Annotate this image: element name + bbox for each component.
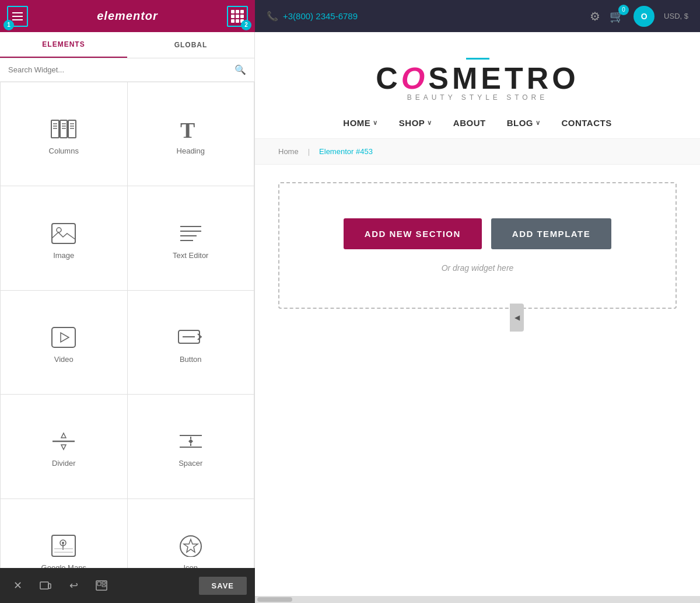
- tab-elements[interactable]: ELEMENTS: [0, 32, 127, 58]
- bottom-bar: ✕ ↩ SAVE: [0, 568, 255, 603]
- widget-divider-label: Divider: [52, 459, 75, 468]
- canvas-area: ◀ COSMETRO BEAUTY STYLE STORE HOME: [255, 32, 700, 603]
- widget-image-label: Image: [53, 251, 74, 260]
- breadcrumb-home[interactable]: Home: [278, 147, 299, 156]
- svg-rect-0: [51, 120, 59, 138]
- svg-rect-19: [52, 327, 75, 347]
- site-logo: COSMETRO: [376, 63, 579, 93]
- nav-blog-chevron: ∨: [536, 119, 541, 127]
- nav-contacts[interactable]: CONTACTS: [561, 118, 611, 138]
- widget-heading-label: Heading: [177, 147, 205, 155]
- widget-divider[interactable]: Divider: [1, 395, 127, 498]
- cart-icon[interactable]: 🛒 0: [610, 9, 624, 23]
- svg-rect-1: [60, 120, 67, 138]
- breadcrumb-separator: |: [308, 147, 310, 156]
- button-icon: [178, 326, 204, 349]
- svg-rect-42: [97, 582, 101, 585]
- svg-marker-31: [188, 441, 193, 444]
- widget-grid: Columns T Heading: [0, 82, 254, 603]
- templates-button[interactable]: [92, 576, 111, 595]
- svg-rect-2: [68, 120, 76, 138]
- search-input[interactable]: [8, 65, 230, 74]
- site-tagline: BEAUTY STYLE STORE: [407, 93, 548, 102]
- logo-text-o2: O: [552, 61, 579, 95]
- close-button[interactable]: ✕: [8, 576, 27, 595]
- widget-image[interactable]: Image: [1, 186, 127, 290]
- divider-icon: [51, 430, 76, 453]
- widget-text-editor[interactable]: Text Editor: [128, 186, 254, 290]
- svg-point-34: [62, 542, 64, 544]
- svg-rect-39: [40, 582, 48, 589]
- cart-badge: 0: [618, 5, 629, 15]
- breadcrumb-current: Elementor #453: [319, 147, 373, 156]
- columns-icon: [51, 117, 76, 141]
- scroll-thumb[interactable]: [257, 597, 292, 602]
- phone-number: +3(800) 2345-6789: [283, 11, 358, 21]
- nav-shop-chevron: ∨: [427, 119, 432, 127]
- google-maps-icon: [51, 534, 76, 557]
- settings-icon[interactable]: ⚙: [590, 9, 600, 23]
- widget-button[interactable]: Button: [128, 291, 254, 394]
- widget-columns[interactable]: Columns: [1, 82, 127, 186]
- horizontal-scrollbar[interactable]: [255, 596, 700, 603]
- currency-label: USD, $: [664, 12, 688, 20]
- svg-rect-43: [102, 582, 106, 584]
- svg-marker-30: [188, 439, 193, 441]
- add-new-section-button[interactable]: ADD NEW SECTION: [344, 218, 482, 249]
- svg-text:T: T: [180, 118, 195, 140]
- add-template-button[interactable]: ADD TEMPLATE: [491, 218, 611, 249]
- widget-text-editor-label: Text Editor: [173, 251, 208, 260]
- svg-marker-38: [184, 539, 198, 552]
- drop-zone: ADD NEW SECTION ADD TEMPLATE Or drag wid…: [278, 182, 677, 309]
- nav-home-chevron: ∨: [373, 119, 378, 127]
- svg-rect-40: [48, 584, 51, 588]
- spacer-icon: [178, 430, 203, 453]
- widget-heading[interactable]: T Heading: [128, 82, 254, 186]
- grid-icon: [231, 10, 244, 23]
- svg-marker-24: [61, 433, 66, 438]
- heading-icon: T: [180, 117, 201, 141]
- save-button[interactable]: SAVE: [199, 577, 247, 595]
- collapse-handle[interactable]: ◀: [510, 304, 524, 332]
- nav-shop[interactable]: SHOP ∨: [399, 118, 432, 138]
- logo-text-o: O: [401, 61, 428, 95]
- svg-marker-20: [61, 333, 69, 342]
- phone-icon: 📞: [267, 11, 278, 22]
- icon-widget-icon: [179, 534, 202, 557]
- badge-2: 2: [241, 20, 251, 30]
- site-header: COSMETRO BEAUTY STYLE STORE HOME ∨ SHOP …: [255, 32, 700, 139]
- nav-about[interactable]: ABOUT: [453, 118, 486, 138]
- svg-marker-25: [61, 445, 66, 449]
- history-button[interactable]: ↩: [64, 576, 83, 595]
- collapse-arrow-icon: ◀: [514, 313, 520, 322]
- logo-text-rest: SMETR: [428, 61, 552, 95]
- elementor-logo: elementor: [97, 9, 158, 23]
- breadcrumb: Home | Elementor #453: [255, 139, 700, 165]
- user-avatar[interactable]: O: [634, 6, 654, 27]
- widget-columns-label: Columns: [49, 147, 79, 155]
- badge-1: 1: [4, 20, 14, 30]
- responsive-button[interactable]: [36, 576, 55, 595]
- hamburger-icon: [12, 12, 23, 20]
- text-editor-icon: [179, 222, 202, 245]
- widget-video[interactable]: Video: [1, 291, 127, 394]
- image-icon: [51, 222, 76, 245]
- tab-global[interactable]: GLOBAL: [127, 32, 254, 58]
- canvas-body: ADD NEW SECTION ADD TEMPLATE Or drag wid…: [255, 165, 700, 603]
- widget-spacer[interactable]: Spacer: [128, 395, 254, 498]
- logo-text-c: C: [376, 61, 401, 95]
- drag-hint: Or drag widget here: [442, 263, 514, 273]
- site-navigation: HOME ∨ SHOP ∨ ABOUT BLOG ∨: [278, 107, 677, 138]
- nav-blog[interactable]: BLOG ∨: [507, 118, 541, 138]
- search-icon[interactable]: 🔍: [235, 64, 246, 75]
- video-icon: [51, 326, 76, 349]
- svg-point-14: [57, 228, 61, 232]
- widget-video-label: Video: [54, 355, 74, 364]
- nav-home[interactable]: HOME ∨: [343, 118, 378, 138]
- svg-rect-44: [102, 585, 106, 587]
- widget-button-label: Button: [180, 355, 202, 364]
- svg-rect-13: [52, 224, 75, 243]
- widget-spacer-label: Spacer: [178, 459, 202, 468]
